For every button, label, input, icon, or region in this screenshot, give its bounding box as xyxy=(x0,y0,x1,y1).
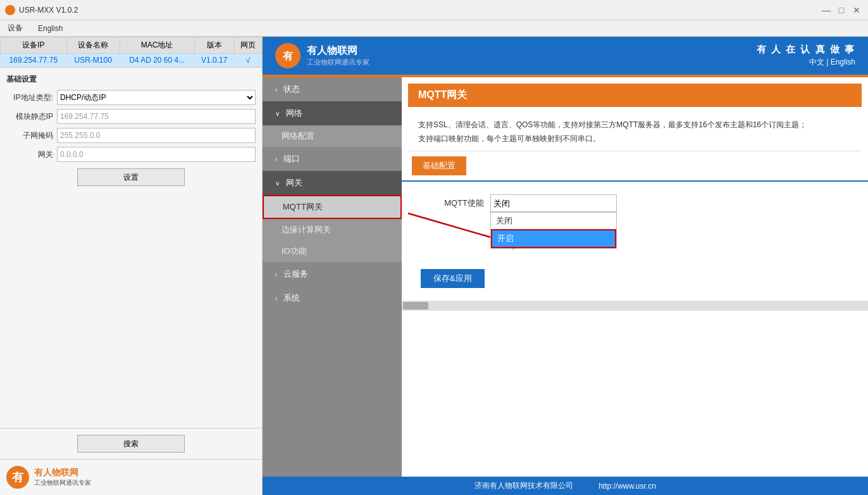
minimize-button[interactable]: — xyxy=(820,4,833,16)
mqtt-gateway-desc: 支持SSL、清理会话、遗言、QOS等功能，支持对接第三方MQTT服务器，最多支持… xyxy=(408,113,862,151)
col-ip: 设备IP xyxy=(1,37,67,54)
basic-settings-title: 基础设置 xyxy=(6,74,256,85)
arrow-icon: ∨ xyxy=(275,110,280,117)
lang-zh[interactable]: 中文 xyxy=(809,58,824,66)
sidebar-item-cloud[interactable]: › 云服务 xyxy=(263,262,402,286)
lang-en[interactable]: English xyxy=(831,58,855,66)
menu-english[interactable]: English xyxy=(35,23,65,34)
arrow-icon: › xyxy=(275,271,277,278)
tab-basic-config[interactable]: 基础配置 xyxy=(412,156,466,175)
settings-button[interactable]: 设置 xyxy=(77,168,185,186)
header-sub: 工业物联网通讯专家 xyxy=(307,58,369,67)
search-area: 搜索 xyxy=(0,428,262,459)
sidebar: › 状态 ∨ 网络 网络配置 › 端口 ∨ xyxy=(263,77,402,477)
arrow-icon: › xyxy=(275,86,277,93)
device-table: 设备IP 设备名称 MAC地址 版本 网页 169.254.77.75 USR-… xyxy=(0,37,262,67)
main-content: MQTT网关 支持SSL、清理会话、遗言、QOS等功能，支持对接第三方MQTT服… xyxy=(402,77,868,477)
device-ip: 169.254.77.75 xyxy=(1,54,67,67)
window-controls: — □ ✕ xyxy=(820,4,863,16)
save-area: 保存&应用 xyxy=(421,263,849,288)
mqtt-form: MQTT使能 关闭 开启 关闭 开启 xyxy=(402,182,868,301)
sidebar-cloud-label: 云服务 xyxy=(283,268,308,280)
left-footer-logo: 有 有人物联网 工业物联网通讯专家 xyxy=(0,459,262,495)
save-apply-button[interactable]: 保存&应用 xyxy=(421,269,485,288)
mqtt-enable-select-wrap: 关闭 开启 关闭 开启 xyxy=(490,194,617,212)
static-ip-row: 模块静态IP xyxy=(6,109,256,124)
header-right: 有 人 在 认 真 做 事 中文 | English xyxy=(757,44,855,68)
static-ip-label: 模块静态IP xyxy=(6,111,57,122)
content-area: › 状态 ∨ 网络 网络配置 › 端口 ∨ xyxy=(263,77,868,477)
menu-device[interactable]: 设备 xyxy=(5,22,25,35)
app-title: USR-MXX V1.0.2 xyxy=(19,6,78,15)
device-mac: D4 AD 20 60 4... xyxy=(120,54,194,67)
sidebar-item-port[interactable]: › 端口 xyxy=(263,147,402,171)
sidebar-port-label: 端口 xyxy=(283,153,300,165)
col-version: 版本 xyxy=(194,37,234,54)
menubar: 设备 English xyxy=(0,20,868,37)
left-panel: 设备IP 设备名称 MAC地址 版本 网页 169.254.77.75 USR-… xyxy=(0,37,263,495)
app-icon xyxy=(5,5,15,15)
sidebar-item-status[interactable]: › 状态 xyxy=(263,77,402,101)
footer-company: 济南有人物联网技术有限公司 xyxy=(474,480,573,491)
left-company-sub: 工业物联网通讯专家 xyxy=(34,479,91,487)
header-company: 有人物联网 xyxy=(307,44,369,58)
sidebar-item-system[interactable]: › 系统 xyxy=(263,286,402,310)
scroll-thumb[interactable] xyxy=(403,302,428,310)
header-lang: 中文 | English xyxy=(757,57,855,68)
search-button[interactable]: 搜索 xyxy=(77,435,185,453)
subnet-input[interactable] xyxy=(57,128,256,143)
header-logo-icon: 有 xyxy=(275,43,301,68)
sidebar-item-gateway[interactable]: ∨ 网关 xyxy=(263,171,402,195)
sidebar-netconfig-label: 网络配置 xyxy=(282,130,314,142)
device-version: V1.0.17 xyxy=(194,54,234,67)
sidebar-gateway-label: 网关 xyxy=(286,177,302,189)
horizontal-scrollbar[interactable] xyxy=(402,301,868,311)
mqtt-enable-select[interactable]: 关闭 开启 xyxy=(490,194,617,212)
arrow-icon: › xyxy=(275,295,277,302)
main-layout: 设备IP 设备名称 MAC地址 版本 网页 169.254.77.75 USR-… xyxy=(0,37,868,495)
sidebar-item-network[interactable]: ∨ 网络 xyxy=(263,101,402,125)
sidebar-subitem-edge[interactable]: 边缘计算网关 xyxy=(263,219,402,241)
sidebar-subitem-mqtt[interactable]: MQTT网关 xyxy=(263,195,402,219)
mqtt-enable-dropdown: 关闭 开启 xyxy=(490,212,617,249)
right-footer: 济南有人物联网技术有限公司 http://www.usr.cn xyxy=(263,477,868,495)
ip-type-select[interactable]: DHCP/动态IP 静态IP xyxy=(57,90,256,105)
lang-sep: | xyxy=(826,58,828,66)
header-logo-texts: 有人物联网 工业物联网通讯专家 xyxy=(307,44,369,67)
sidebar-status-label: 状态 xyxy=(283,84,300,95)
device-name: USR-M100 xyxy=(66,54,120,67)
sidebar-subitem-io[interactable]: IO功能 xyxy=(263,241,402,262)
subnet-row: 子网掩码 xyxy=(6,128,256,143)
mqtt-desc-line2: 支持端口映射功能，每个主题可单独映射到不同串口。 xyxy=(418,132,852,146)
static-ip-input[interactable] xyxy=(57,109,256,124)
mqtt-enable-label: MQTT使能 xyxy=(421,197,484,209)
right-header: 有 有人物联网 工业物联网通讯专家 有 人 在 认 真 做 事 中文 | Eng… xyxy=(263,37,868,75)
mqtt-desc-line1: 支持SSL、清理会话、遗言、QOS等功能，支持对接第三方MQTT服务器，最多支持… xyxy=(418,118,852,132)
titlebar: USR-MXX V1.0.2 — □ ✕ xyxy=(0,0,868,20)
col-web: 网页 xyxy=(234,37,261,54)
basic-settings: 基础设置 IP地址类型: DHCP/动态IP 静态IP 模块静态IP 子网掩码 … xyxy=(0,67,262,428)
close-button[interactable]: ✕ xyxy=(850,4,863,16)
left-logo-text: 有人物联网 工业物联网通讯专家 xyxy=(34,467,91,487)
header-slogan: 有 人 在 认 真 做 事 xyxy=(757,44,855,56)
sidebar-network-label: 网络 xyxy=(286,108,302,119)
arrow-icon: › xyxy=(275,156,277,163)
subnet-label: 子网掩码 xyxy=(6,130,57,141)
device-row[interactable]: 169.254.77.75 USR-M100 D4 AD 20 60 4... … xyxy=(1,54,262,67)
right-panel: 有 有人物联网 工业物联网通讯专家 有 人 在 认 真 做 事 中文 | Eng… xyxy=(263,37,868,495)
col-mac: MAC地址 xyxy=(120,37,194,54)
sidebar-mqtt-label: MQTT网关 xyxy=(283,201,323,213)
tabs-bar: 基础配置 xyxy=(402,151,868,182)
header-logo: 有 有人物联网 工业物联网通讯专家 xyxy=(275,43,369,68)
sidebar-system-label: 系统 xyxy=(283,292,300,304)
sidebar-io-label: IO功能 xyxy=(282,246,307,257)
mqtt-gateway-title: MQTT网关 xyxy=(408,84,862,107)
dropdown-option-on[interactable]: 开启 xyxy=(491,229,616,248)
maximize-button[interactable]: □ xyxy=(835,4,848,16)
device-web: √ xyxy=(234,54,261,67)
gateway-label: 网关 xyxy=(6,149,57,160)
footer-website[interactable]: http://www.usr.cn xyxy=(598,482,656,491)
gateway-input[interactable] xyxy=(57,147,256,162)
sidebar-subitem-netconfig[interactable]: 网络配置 xyxy=(263,125,402,147)
dropdown-option-off[interactable]: 关闭 xyxy=(491,213,616,229)
